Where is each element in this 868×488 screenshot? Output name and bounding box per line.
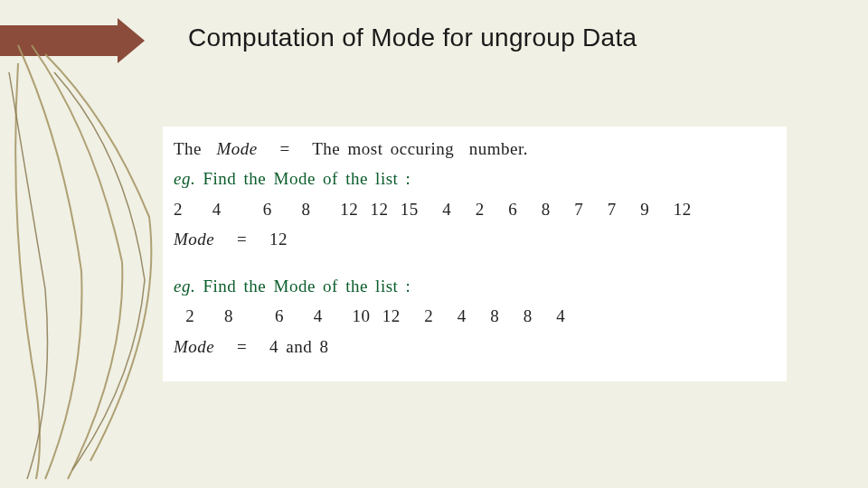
example2-prompt-text: Find the Mode of the list :: [195, 277, 410, 296]
title-accent-arrow-icon: [118, 18, 145, 63]
example2-result-value: 4 and 8: [269, 337, 328, 356]
def-suffix: The most occuring number.: [312, 139, 528, 158]
example2-result-label: Mode: [174, 337, 214, 356]
def-term: Mode: [217, 139, 258, 158]
example2-numbers: 2 8 6 4 10 12 2 4 8 8 4: [174, 303, 776, 329]
example1-prompt: eg. Find the Mode of the list :: [174, 165, 776, 192]
example2-result-equals: =: [237, 337, 247, 356]
example2-eg: eg.: [174, 277, 195, 296]
page-title: Computation of Mode for ungroup Data: [188, 23, 637, 52]
example1-result: Mode = 12: [174, 226, 776, 252]
example1-prompt-text: Find the Mode of the list :: [195, 169, 410, 188]
content-panel: The Mode = The most occuring number. eg.…: [163, 127, 787, 381]
example1-result-value: 12: [269, 230, 288, 249]
definition-line: The Mode = The most occuring number.: [174, 136, 776, 162]
title-accent-bar: [0, 25, 127, 56]
example1-eg: eg.: [174, 169, 195, 188]
example1-numbers: 2 4 6 8 12 12 15 4 2 6 8 7 7 9 12: [174, 196, 776, 222]
example1-result-label: Mode: [174, 230, 214, 249]
example2-result: Mode = 4 and 8: [174, 333, 776, 360]
def-equals: =: [280, 139, 290, 158]
def-prefix: The: [174, 139, 202, 158]
example2-prompt: eg. Find the Mode of the list :: [174, 273, 776, 299]
example1-result-equals: =: [237, 230, 247, 249]
